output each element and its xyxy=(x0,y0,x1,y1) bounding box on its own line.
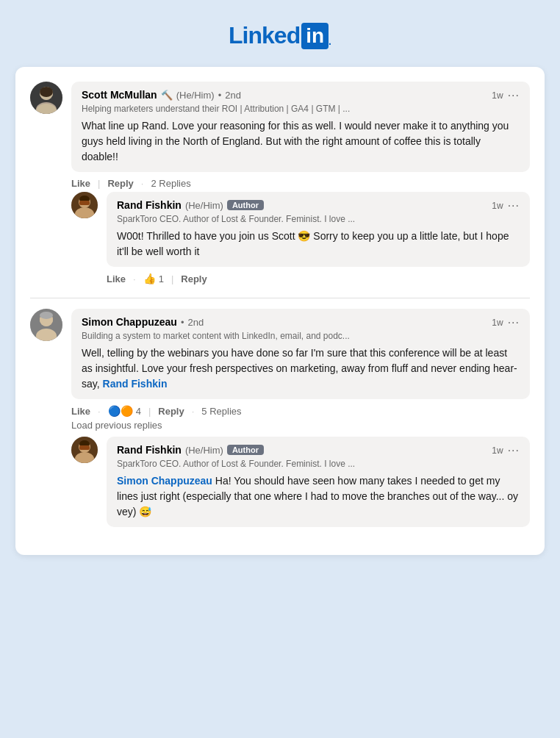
reply-meta-right-rand-2: 1w ··· xyxy=(492,444,520,457)
reply-subtitle-rand-2: SparkToro CEO. Author of Lost & Founder.… xyxy=(117,459,520,469)
svg-point-4 xyxy=(40,87,53,97)
avatar-scott xyxy=(30,82,62,114)
comment-block-scott: Scott McMullan 🔨 (He/Him) • 2nd 1w ··· H… xyxy=(30,82,530,284)
avatar-rand-1 xyxy=(71,192,98,218)
pronoun-scott: (He/Him) xyxy=(176,90,215,101)
reply-author-name-rand-2: Rand Fishkin xyxy=(117,444,182,456)
author-line-scott: Scott McMullan 🔨 (He/Him) • 2nd xyxy=(82,89,241,101)
divider-2-scott: · xyxy=(141,178,144,189)
reaction-emoji-simon: 🔵🟠 xyxy=(108,405,133,417)
reply-btn-rand-1[interactable]: Reply xyxy=(181,273,207,284)
reply-subtitle-rand-1: SparkToro CEO. Author of Lost & Founder.… xyxy=(117,214,520,224)
subtitle-simon: Building a system to market content with… xyxy=(82,331,520,341)
reply-text-rand-1: W00t! Thrilled to have you join us Scott… xyxy=(117,229,520,259)
reply-pronoun-rand-1: (He/Him) xyxy=(185,200,223,211)
degree-scott: • xyxy=(218,90,222,101)
reply-thread-scott: Rand Fishkin (He/Him) Author 1w ··· Spar… xyxy=(71,192,530,284)
reply-more-rand-1[interactable]: ··· xyxy=(508,199,520,212)
linkedin-logo: Linked in . xyxy=(229,22,331,49)
replies-count-scott[interactable]: 2 Replies xyxy=(151,178,190,189)
divider-react-rand-1: · xyxy=(133,273,136,284)
author-name-simon: Simon Chappuzeau xyxy=(82,316,177,328)
more-options-simon[interactable]: ··· xyxy=(508,316,520,329)
separator-1 xyxy=(30,298,530,298)
reply-author-line-rand-1: Rand Fishkin (He/Him) Author xyxy=(117,199,264,211)
reply-header-rand-1: Rand Fishkin (He/Him) Author 1w ··· xyxy=(117,199,520,212)
degree-dot-simon: • xyxy=(181,317,184,328)
linkedin-dot: . xyxy=(329,35,331,49)
replies-count-simon[interactable]: 5 Replies xyxy=(201,406,241,417)
reaction-count-rand-1: 1 xyxy=(159,273,164,284)
reply-pronoun-rand-2: (He/Him) xyxy=(185,445,223,456)
comment-header-simon: Simon Chappuzeau • 2nd 1w ··· xyxy=(82,316,520,329)
degree-value-scott: 2nd xyxy=(225,90,241,101)
actions-simon: Like · 🔵🟠 4 | Reply · 5 Replies xyxy=(30,405,530,417)
svg-rect-21 xyxy=(79,445,90,450)
reply-btn-simon[interactable]: Reply xyxy=(158,406,184,417)
reply-meta-right-rand-1: 1w ··· xyxy=(492,199,520,212)
author-badge-rand-2: Author xyxy=(227,445,264,455)
avatar-rand-2 xyxy=(71,437,98,463)
reply-btn-scott[interactable]: Reply xyxy=(107,178,133,189)
reaction-count-simon: 4 xyxy=(136,406,141,417)
avatar-simon xyxy=(30,309,62,341)
timestamp-simon: 1w xyxy=(492,318,503,328)
reply-author-line-rand-2: Rand Fishkin (He/Him) Author xyxy=(117,444,264,456)
comment-header-scott: Scott McMullan 🔨 (He/Him) • 2nd 1w ··· xyxy=(82,89,520,102)
degree-value-simon: 2nd xyxy=(187,317,204,328)
reply-content-rand-2: Rand Fishkin (He/Him) Author 1w ··· Spar… xyxy=(107,437,530,527)
divider-1-scott: | xyxy=(98,178,100,189)
load-previous-replies[interactable]: Load previous replies xyxy=(71,420,530,431)
divider-3-simon: · xyxy=(192,406,195,417)
author-line-simon: Simon Chappuzeau • 2nd xyxy=(82,316,204,328)
reply-text-rand-2: Simon Chappuzeau Ha! You should have see… xyxy=(117,473,520,520)
text-scott: What line up Rand. Love your reasoning f… xyxy=(82,118,520,165)
reply-header-rand-2: Rand Fishkin (He/Him) Author 1w ··· xyxy=(117,444,520,457)
reaction-emoji-rand-1: 👍 xyxy=(143,273,156,284)
author-name-scott: Scott McMullan xyxy=(82,89,157,101)
like-btn-simon[interactable]: Like xyxy=(71,406,90,417)
linkedin-box: in xyxy=(301,23,329,49)
reply-timestamp-rand-1: 1w xyxy=(492,201,503,211)
reply-rand-1: Rand Fishkin (He/Him) Author 1w ··· Spar… xyxy=(71,192,530,284)
author-badge-rand-1: Author xyxy=(227,200,264,210)
reply-author-name-rand-1: Rand Fishkin xyxy=(117,199,182,211)
comment-block-simon: Simon Chappuzeau • 2nd 1w ··· Building a… xyxy=(30,309,530,527)
author-icon-scott: 🔨 xyxy=(161,90,173,101)
reply-rand-2: Rand Fishkin (He/Him) Author 1w ··· Spar… xyxy=(71,437,530,527)
linkedin-text: Linked xyxy=(229,22,300,49)
reply-main-rand-1: Rand Fishkin (He/Him) Author 1w ··· Spar… xyxy=(71,192,530,267)
subtitle-scott: Helping marketers understand their ROI |… xyxy=(82,104,520,114)
feed-container: Scott McMullan 🔨 (He/Him) • 2nd 1w ··· H… xyxy=(15,67,545,555)
like-btn-scott[interactable]: Like xyxy=(71,178,90,189)
reply-timestamp-rand-2: 1w xyxy=(492,445,503,456)
comment-main-scott: Scott McMullan 🔨 (He/Him) • 2nd 1w ··· H… xyxy=(30,82,530,172)
reply-thread-simon: Load previous replies xyxy=(71,420,530,527)
reaction-row-rand-1: 👍 1 xyxy=(143,273,164,284)
divider-2-simon: | xyxy=(148,406,151,417)
divider-2-rand-1: | xyxy=(171,273,173,284)
divider-react-simon: · xyxy=(98,406,101,417)
meta-right-simon: 1w ··· xyxy=(492,316,520,329)
like-btn-reply-rand-1[interactable]: Like xyxy=(107,273,126,284)
more-options-scott[interactable]: ··· xyxy=(508,89,520,102)
svg-rect-10 xyxy=(79,201,90,205)
actions-scott: Like | Reply · 2 Replies xyxy=(30,178,530,189)
text-simon: Well, telling by the webinars you have d… xyxy=(82,345,520,392)
mention-simon-rand[interactable]: Simon Chappuzeau xyxy=(117,475,212,487)
comment-main-simon: Simon Chappuzeau • 2nd 1w ··· Building a… xyxy=(30,309,530,399)
actions-reply-rand-1: Like · 👍 1 | Reply xyxy=(71,273,530,284)
mention-rand-simon[interactable]: Rand Fishkin xyxy=(103,378,168,390)
reaction-row-simon: 🔵🟠 4 xyxy=(108,405,141,417)
svg-point-16 xyxy=(40,312,53,319)
reply-content-rand-1: Rand Fishkin (He/Him) Author 1w ··· Spar… xyxy=(107,192,530,267)
comment-content-simon: Simon Chappuzeau • 2nd 1w ··· Building a… xyxy=(71,309,530,399)
meta-right-scott: 1w ··· xyxy=(492,89,520,102)
timestamp-scott: 1w xyxy=(492,90,503,101)
reply-more-rand-2[interactable]: ··· xyxy=(508,444,520,457)
comment-content-scott: Scott McMullan 🔨 (He/Him) • 2nd 1w ··· H… xyxy=(71,82,530,172)
reply-main-rand-2: Rand Fishkin (He/Him) Author 1w ··· Spar… xyxy=(71,437,530,527)
